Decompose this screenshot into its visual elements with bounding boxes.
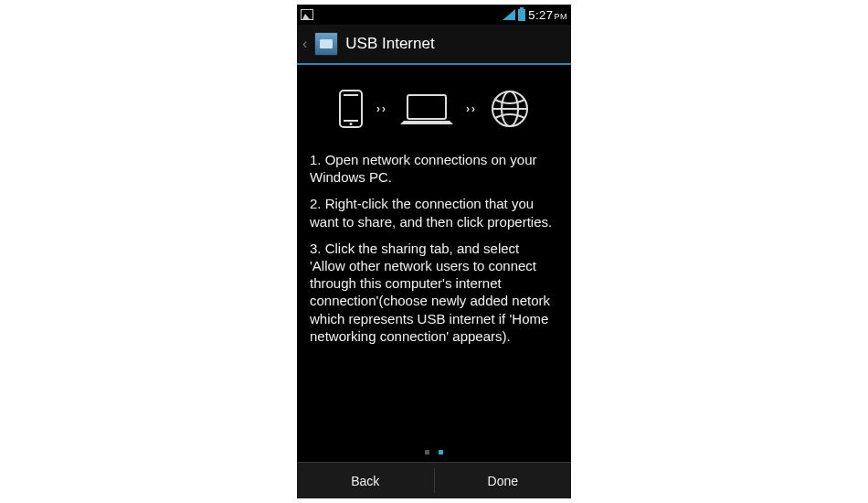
back-chevron-icon[interactable]: ‹	[302, 36, 307, 52]
settings-app-icon[interactable]	[314, 32, 338, 56]
instruction-steps: 1. Open network connections on your Wind…	[310, 151, 558, 354]
back-button[interactable]: Back	[297, 463, 434, 498]
arrows-icon: ››	[376, 102, 387, 115]
phone-screen: 5:27PM ‹ USB Internet ›› ››	[297, 5, 571, 498]
status-bar: 5:27PM	[297, 5, 571, 25]
page-title: USB Internet	[345, 35, 434, 53]
step-2: 2. Right-click the connection that you w…	[310, 195, 558, 230]
illustration-row: ›› ››	[310, 76, 558, 151]
app-header: ‹ USB Internet	[297, 25, 571, 65]
svg-rect-4	[408, 95, 446, 119]
svg-point-3	[350, 123, 353, 125]
time-text: 5:27	[528, 8, 553, 22]
time-ampm: PM	[555, 12, 568, 21]
pager-dot-1[interactable]	[439, 450, 443, 455]
status-left	[301, 9, 313, 20]
done-button[interactable]: Done	[435, 463, 572, 498]
arrows-icon: ››	[466, 102, 477, 115]
page-indicator	[310, 450, 558, 462]
cell-signal-icon	[503, 9, 515, 20]
phone-icon	[338, 89, 364, 129]
step-3: 3. Click the sharing tab, and select 'Al…	[310, 240, 558, 345]
image-notification-icon	[301, 9, 313, 20]
bottom-button-bar: Back Done	[297, 462, 571, 498]
battery-icon	[518, 9, 525, 21]
status-right: 5:27PM	[503, 8, 567, 22]
laptop-icon	[400, 91, 453, 126]
globe-icon	[490, 89, 530, 129]
content-area: ›› ›› 1. Open network connections on you…	[297, 65, 571, 462]
pager-dot-0[interactable]	[425, 450, 429, 455]
clock: 5:27PM	[528, 8, 567, 22]
step-1: 1. Open network connections on your Wind…	[310, 151, 558, 186]
